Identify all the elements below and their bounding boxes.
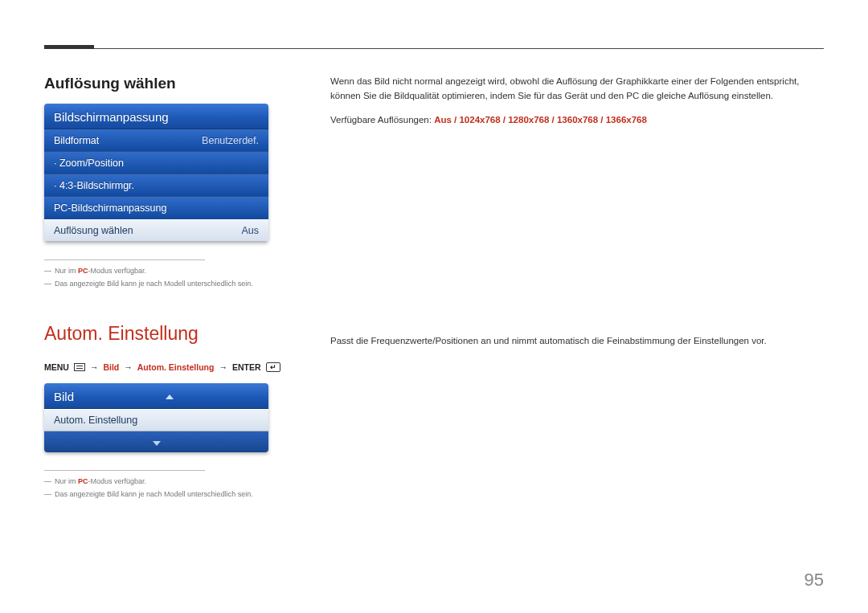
panel1-row-pc[interactable]: PC-Bildschirmanpassung bbox=[44, 197, 268, 219]
triangle-up-icon[interactable] bbox=[166, 394, 174, 399]
panel1-row-aufloesung[interactable]: Auflösung wählen Aus bbox=[44, 219, 268, 242]
panel1-header: Bildschirmanpassung bbox=[44, 104, 268, 129]
panel-bild: Bild Autom. Einstellung bbox=[44, 383, 268, 452]
panel2-row-autoe[interactable]: Autom. Einstellung bbox=[44, 409, 268, 431]
section2-description: Passt die Frequenzwerte/Positionen an un… bbox=[330, 334, 824, 349]
row-label: Autom. Einstellung bbox=[54, 415, 137, 426]
page-top-rule bbox=[44, 48, 824, 49]
note-pc-only-2: ―Nur im PC-Modus verfügbar. bbox=[44, 477, 285, 485]
menu-label: MENU bbox=[44, 362, 69, 372]
note-model-vary-1: ―Das angezeigte Bild kann je nach Modell… bbox=[44, 280, 285, 288]
row-label: PC-Bildschirmanpassung bbox=[54, 202, 166, 214]
section2-heading: Autom. Einstellung bbox=[44, 323, 285, 345]
row-label: Bildformat bbox=[54, 135, 99, 146]
divider bbox=[44, 260, 205, 260]
row-value: Aus bbox=[241, 225, 259, 236]
menu-icon bbox=[74, 363, 85, 371]
note-pc-only-1: ―Nur im PC-Modus verfügbar. bbox=[44, 267, 285, 275]
enter-icon: ↵ bbox=[266, 362, 280, 372]
available-resolutions: Verfügbare Auflösungen: Aus / 1024x768 /… bbox=[330, 113, 824, 128]
panel1-row-bildformat[interactable]: Bildformat Benutzerdef. bbox=[44, 129, 268, 152]
row-value: Benutzerdef. bbox=[202, 135, 259, 146]
path-bild: Bild bbox=[103, 362, 119, 372]
page-number: 95 bbox=[805, 570, 824, 591]
divider bbox=[44, 470, 205, 471]
enter-label: ENTER bbox=[232, 362, 261, 372]
panel-bildschirmanpassung: Bildschirmanpassung Bildformat Benutzerd… bbox=[44, 104, 268, 242]
menu-path: MENU → Bild → Autom. Einstellung → ENTER… bbox=[44, 362, 285, 372]
section1-description: Wenn das Bild nicht normal angezeigt wir… bbox=[330, 75, 824, 104]
panel1-row-43[interactable]: · 4:3-Bildschirmgr. bbox=[44, 174, 268, 197]
panel1-row-zoom[interactable]: · Zoom/Position bbox=[44, 152, 268, 174]
panel2-header: Bild bbox=[44, 383, 268, 409]
path-autoe: Autom. Einstellung bbox=[137, 362, 215, 372]
row-label: · Zoom/Position bbox=[54, 157, 124, 169]
row-label: Auflösung wählen bbox=[54, 225, 133, 236]
note-model-vary-2: ―Das angezeigte Bild kann je nach Modell… bbox=[44, 490, 285, 498]
row-label: · 4:3-Bildschirmgr. bbox=[54, 180, 134, 191]
triangle-down-icon bbox=[153, 441, 161, 446]
panel2-scroll-down[interactable] bbox=[44, 431, 268, 452]
section1-title: Auflösung wählen bbox=[44, 75, 285, 92]
